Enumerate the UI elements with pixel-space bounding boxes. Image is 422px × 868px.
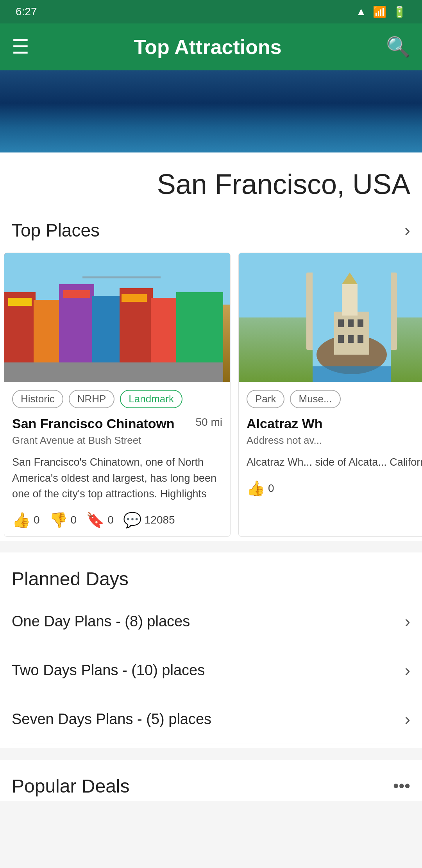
card-name-alcatraz: Alcatraz Wh [247,416,422,431]
card-distance-chinatown: 50 mi [196,416,222,429]
battery-icon: 🔋 [393,5,406,18]
card-tags-chinatown: Historic NRHP Landmark [4,382,230,412]
city-title-section: San Francisco, USA [0,152,422,212]
tag-landmark: Landmark [120,390,182,408]
svg-rect-11 [4,362,223,382]
card-actions-alcatraz: 👍 0 [247,480,422,497]
thumbs-up-button-chinatown[interactable]: 👍 0 [12,511,40,529]
plan-row-one-day[interactable]: One Day Plans - (8) places › [12,597,410,646]
svg-rect-16 [342,284,358,316]
comment-icon: 💬 [123,511,141,529]
card-description-alcatraz: Alcatraz Wh... side of Alcata... Califor… [247,454,422,470]
signal-icon: ▲ [356,5,367,18]
card-name-chinatown: San Francisco Chinatown [12,416,192,431]
more-options-icon[interactable]: ••• [393,777,410,795]
popular-deals-header: Popular Deals ••• [12,775,410,797]
search-button[interactable]: 🔍 [386,36,410,58]
tag-park: Park [247,390,284,408]
places-cards-row: Historic NRHP Landmark San Francisco Chi… [0,249,422,541]
popular-deals-title: Popular Deals [12,775,130,797]
status-bar: 6:27 ▲ 📶 🔋 [0,0,422,23]
place-card-chinatown[interactable]: Historic NRHP Landmark San Francisco Chi… [4,253,231,537]
plan-label-seven-days: Seven Days Plans - (5) places [12,711,211,728]
svg-rect-20 [348,319,354,327]
thumbs-up-button-alcatraz[interactable]: 👍 0 [247,480,274,497]
card-image-alcatraz [239,253,422,382]
popular-deals-section: Popular Deals ••• [0,760,422,801]
plan-label-two-days: Two Days Plans - (10) places [12,662,205,679]
card-actions-chinatown: 👍 0 👎 0 🔖 0 💬 12085 [12,511,222,529]
svg-rect-10 [122,294,147,302]
plan-chevron-two-days: › [405,661,410,680]
svg-rect-18 [313,366,391,382]
svg-rect-9 [63,290,90,298]
thumb-up-icon-alcatraz: 👍 [247,480,265,497]
status-icons: ▲ 📶 🔋 [356,5,406,18]
tag-museum: Muse... [290,390,340,408]
svg-rect-24 [358,335,363,343]
svg-rect-21 [358,319,363,327]
top-places-header[interactable]: Top Places › [0,212,422,249]
top-places-title: Top Places [12,220,100,241]
planned-days-section: Planned Days One Day Plans - (8) places … [0,552,422,748]
place-card-alcatraz[interactable]: Park Muse... Alcatraz Wh Address not av.… [238,253,422,537]
bookmarks-count-chinatown: 0 [107,514,114,526]
bookmark-button-chinatown[interactable]: 🔖 0 [86,511,114,529]
thumb-down-icon: 👎 [49,511,68,529]
card-body-chinatown: San Francisco Chinatown 50 mi Grant Aven… [4,412,230,536]
top-places-chevron-icon: › [404,221,410,240]
card-description-chinatown: San Francisco's Chinatown, one of North … [12,454,222,502]
comments-button-chinatown[interactable]: 💬 12085 [123,511,175,529]
card-tags-alcatraz: Park Muse... [239,382,422,412]
likes-count-chinatown: 0 [34,514,40,526]
bookmark-icon: 🔖 [86,511,104,529]
likes-count-alcatraz: 0 [268,482,274,495]
wifi-icon: 📶 [373,5,386,18]
hero-image [0,70,422,152]
thumb-up-icon: 👍 [12,511,30,529]
comments-count-chinatown: 12085 [145,514,175,526]
plan-chevron-seven-days: › [405,710,410,729]
plan-chevron-one-day: › [405,612,410,631]
svg-rect-12 [82,276,161,278]
thumbs-down-button-chinatown[interactable]: 👎 0 [49,511,77,529]
svg-rect-8 [8,298,32,306]
tag-nrhp: NRHP [69,390,115,408]
menu-button[interactable]: ☰ [12,36,29,58]
card-image-chinatown [4,253,230,382]
page-title: Top Attractions [134,35,281,59]
dislikes-count-chinatown: 0 [71,514,77,526]
plan-row-seven-days[interactable]: Seven Days Plans - (5) places › [12,695,410,744]
plan-label-one-day: One Day Plans - (8) places [12,613,190,630]
planned-days-title: Planned Days [12,568,410,590]
city-title: San Francisco, USA [12,168,410,200]
svg-rect-23 [348,335,354,343]
card-body-alcatraz: Alcatraz Wh Address not av... Alcatraz W… [239,412,422,505]
status-time: 6:27 [16,5,37,18]
svg-rect-15 [334,312,369,355]
svg-rect-19 [338,319,344,327]
plan-row-two-days[interactable]: Two Days Plans - (10) places › [12,646,410,695]
tag-historic: Historic [12,390,63,408]
top-bar: ☰ Top Attractions 🔍 [0,23,422,70]
card-address-alcatraz: Address not av... [247,434,422,447]
card-address-chinatown: Grant Avenue at Bush Street [12,434,222,447]
svg-rect-22 [338,335,344,343]
